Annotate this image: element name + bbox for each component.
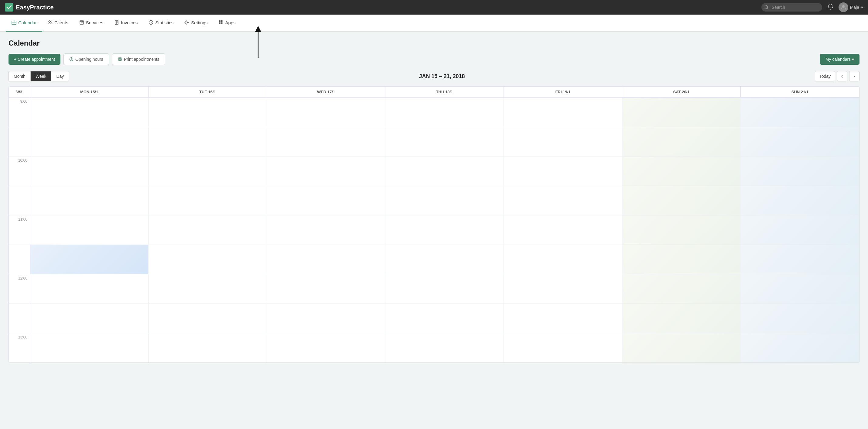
cell-sun-1130[interactable] [741, 245, 859, 274]
page-title: Calendar [8, 39, 860, 48]
cell-sun-1200[interactable] [741, 274, 859, 304]
cell-sun-930[interactable] [741, 127, 859, 156]
cell-mon-1230[interactable] [30, 304, 149, 333]
cell-wed-900[interactable] [267, 97, 385, 127]
cell-mon-1000[interactable] [30, 156, 149, 186]
svg-rect-22 [221, 20, 222, 22]
cell-sun-1230[interactable] [741, 304, 859, 333]
cell-tue-1300[interactable] [149, 333, 267, 363]
logo[interactable]: EasyPractice [5, 3, 54, 11]
opening-hours-label: Opening hours [75, 57, 103, 62]
cell-fri-1300[interactable] [504, 333, 622, 363]
cell-mon-900[interactable] [30, 97, 149, 127]
cell-sun-1300[interactable] [741, 333, 859, 363]
cell-tue-1230[interactable] [149, 304, 267, 333]
cell-sun-1030[interactable] [741, 186, 859, 215]
cell-tue-1000[interactable] [149, 156, 267, 186]
cell-mon-1300[interactable] [30, 333, 149, 363]
user-menu[interactable]: Maja ▾ [839, 2, 863, 12]
cell-thu-900[interactable] [385, 97, 504, 127]
cell-thu-1230[interactable] [385, 304, 504, 333]
cell-wed-1230[interactable] [267, 304, 385, 333]
cell-thu-930[interactable] [385, 127, 504, 156]
cell-tue-1200[interactable] [149, 274, 267, 304]
cell-wed-1200[interactable] [267, 274, 385, 304]
cell-sun-1100[interactable] [741, 215, 859, 245]
search-input[interactable] [762, 3, 822, 11]
cell-thu-1130[interactable] [385, 245, 504, 274]
view-switcher: Month Week Day [8, 71, 69, 82]
col-tue: TUE 16/1 [149, 87, 267, 97]
cell-sat-900[interactable] [622, 97, 741, 127]
cell-sun-900[interactable] [741, 97, 859, 127]
cell-tue-1030[interactable] [149, 186, 267, 215]
cell-thu-1200[interactable] [385, 274, 504, 304]
cell-mon-1130[interactable] [30, 245, 149, 274]
cell-tue-1100[interactable] [149, 215, 267, 245]
cell-wed-1000[interactable] [267, 156, 385, 186]
nav-invoices[interactable]: Invoices [109, 14, 143, 32]
cell-thu-1300[interactable] [385, 333, 504, 363]
cell-sat-1030[interactable] [622, 186, 741, 215]
cell-sat-1100[interactable] [622, 215, 741, 245]
svg-point-29 [121, 59, 121, 59]
cell-tue-930[interactable] [149, 127, 267, 156]
print-appointments-button[interactable]: Print appointments [112, 54, 165, 65]
cell-sat-930[interactable] [622, 127, 741, 156]
cell-fri-1000[interactable] [504, 156, 622, 186]
cell-thu-1100[interactable] [385, 215, 504, 245]
cell-mon-1200[interactable] [30, 274, 149, 304]
nav-apps[interactable]: Apps [213, 14, 241, 32]
cell-thu-1000[interactable] [385, 156, 504, 186]
cell-thu-1030[interactable] [385, 186, 504, 215]
cell-wed-930[interactable] [267, 127, 385, 156]
cell-fri-900[interactable] [504, 97, 622, 127]
month-view-button[interactable]: Month [9, 71, 31, 81]
day-view-button[interactable]: Day [51, 71, 69, 81]
create-appointment-button[interactable]: + Create appointment [8, 54, 60, 65]
cell-tue-900[interactable] [149, 97, 267, 127]
print-icon [118, 57, 122, 61]
today-button[interactable]: Today [815, 71, 835, 82]
week-view-button[interactable]: Week [31, 71, 52, 81]
cell-sat-1000[interactable] [622, 156, 741, 186]
cell-wed-1100[interactable] [267, 215, 385, 245]
nav-calendar[interactable]: Calendar [6, 14, 42, 32]
prev-week-button[interactable]: ‹ [837, 71, 847, 82]
cell-fri-930[interactable] [504, 127, 622, 156]
cell-sat-1130[interactable] [622, 245, 741, 274]
cell-wed-1030[interactable] [267, 186, 385, 215]
nav-clients[interactable]: Clients [42, 14, 74, 32]
invoices-icon [114, 20, 119, 25]
cell-wed-1130[interactable] [267, 245, 385, 274]
cell-mon-1030[interactable] [30, 186, 149, 215]
cell-fri-1130[interactable] [504, 245, 622, 274]
cell-fri-1200[interactable] [504, 274, 622, 304]
calendar-row: 12:00 [9, 274, 859, 304]
cell-wed-1300[interactable] [267, 333, 385, 363]
cell-mon-1100[interactable] [30, 215, 149, 245]
apps-icon [219, 20, 223, 25]
cell-fri-1230[interactable] [504, 304, 622, 333]
my-calendars-button[interactable]: My calendars ▾ [820, 54, 860, 65]
cell-fri-1100[interactable] [504, 215, 622, 245]
nav-apps-label: Apps [225, 20, 236, 25]
cell-mon-930[interactable] [30, 127, 149, 156]
next-week-button[interactable]: › [849, 71, 860, 82]
services-icon [79, 20, 84, 25]
cell-fri-1030[interactable] [504, 186, 622, 215]
cell-sun-1000[interactable] [741, 156, 859, 186]
cell-sat-1200[interactable] [622, 274, 741, 304]
cell-sat-1300[interactable] [622, 333, 741, 363]
svg-point-2 [842, 5, 845, 8]
time-1000: 10:00 [9, 156, 30, 186]
cell-sat-1230[interactable] [622, 304, 741, 333]
bell-icon[interactable] [827, 3, 834, 11]
opening-hours-button[interactable]: Opening hours [63, 54, 109, 65]
logo-icon [5, 3, 13, 11]
nav-settings[interactable]: Settings [179, 14, 213, 32]
nav-services[interactable]: Services [74, 14, 109, 32]
print-appointments-label: Print appointments [124, 57, 159, 62]
nav-statistics[interactable]: Statistics [143, 14, 179, 32]
cell-tue-1130[interactable] [149, 245, 267, 274]
